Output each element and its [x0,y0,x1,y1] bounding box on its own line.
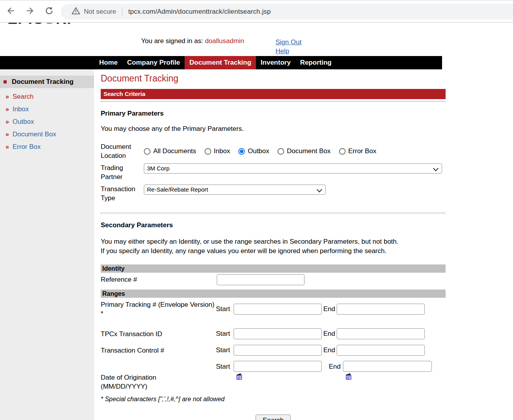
reference-number-row: Reference # [101,274,446,285]
account-links: Sign Out Help [276,38,301,56]
trading-partner-select[interactable]: 3M Corp [144,163,442,174]
trading-partner-row: Trading Partner 3M Corp [101,163,446,181]
nav-item-home[interactable]: Home [94,56,122,69]
sidebar-item-inbox[interactable]: » Inbox [0,105,94,113]
secondary-parameters-intro: You may either specify an Identity, or u… [101,237,446,256]
transaction-control-label: Transaction Control # [101,346,216,355]
document-location-label: Document Location [101,142,144,160]
nav-item-inventory[interactable]: Inventory [256,56,295,69]
nav-item-document-tracking[interactable]: Document Tracking [185,56,256,69]
sidebar-item-error-box[interactable]: » Error Box [0,143,94,151]
security-label[interactable]: Not secure [84,8,116,16]
back-button[interactable] [5,7,16,17]
radio-button-icon [144,148,150,155]
browser-nav-buttons [5,7,54,17]
sidebar-item-document-box[interactable]: » Document Box [0,130,94,138]
double-chevron-icon: » [5,118,9,125]
double-chevron-icon: » [5,143,9,150]
start-label: Start [216,330,230,338]
date-origination-start-input[interactable] [234,361,322,372]
radio-outbox[interactable]: Outbox [238,147,269,155]
square-bullet-icon [4,80,7,83]
document-location-radio-group: All Documents Inbox Outbox Document Box … [144,142,376,160]
date-start-group [234,361,322,380]
url-text[interactable]: tpcx.com/Admin/documenttrack/clientsearc… [128,8,271,16]
primary-parameters-intro: You may choose any of the Primary Parame… [101,125,446,133]
nav-item-reporting[interactable]: Reporting [295,56,336,69]
primary-tracking-end-input[interactable] [337,304,425,315]
transaction-type-label: Transaction Type [101,185,144,203]
reload-icon [44,6,54,18]
signed-in-status: You are signed in as: doallusadmin [141,37,244,45]
tpcx-transaction-id-end-input[interactable] [337,328,425,339]
double-chevron-icon: » [5,93,9,100]
secondary-parameters-heading: Secondary Parameters [101,221,446,229]
top-nav: Home Company Profile Document Tracking I… [0,56,442,69]
tpcx-transaction-id-label: TPCx Transaction ID [101,329,216,339]
transaction-control-range-row: Transaction Control # Start End [101,345,446,356]
intro-line-1: You may either specify an Identity, or u… [101,237,446,246]
tpcx-transaction-id-start-input[interactable] [234,328,322,339]
double-chevron-icon: » [5,131,9,138]
start-label: Start [216,305,230,313]
signed-in-prefix: You are signed in as: [141,37,203,45]
intro-line-2: If you specify an Identity, any range va… [101,246,446,256]
primary-tracking-start-input[interactable] [234,304,322,315]
primary-parameters-heading: Primary Parameters [101,110,446,118]
signed-in-username: doallusadmin [205,37,244,45]
chevron-down-icon [317,187,322,192]
reload-button[interactable] [44,7,54,17]
browser-toolbar: Not secure tpcx.com/Admin/documenttrack/… [0,0,513,23]
tpcx-transaction-id-range-row: TPCx Transaction ID Start End [101,328,446,339]
sign-out-link[interactable]: Sign Out [276,38,301,47]
date-of-origination-range-row: Date of Origination (MM/DD/YYYY) Start E… [101,361,446,391]
date-origination-end-input[interactable] [343,361,432,372]
end-label: End [323,305,335,313]
sidebar-header: Document Tracking [0,76,94,88]
radio-inbox[interactable]: Inbox [205,147,230,155]
transaction-control-start-input[interactable] [234,345,322,356]
page-title: Document Tracking [101,73,446,84]
address-bar[interactable]: Not secure tpcx.com/Admin/documenttrack/… [61,4,513,20]
trading-partner-label: Trading Partner [101,163,144,181]
chevron-down-icon [433,166,439,171]
back-arrow-icon [6,6,16,18]
calendar-icon[interactable] [236,373,243,380]
main-content: Document Tracking Search Criteria Primar… [101,72,446,420]
security-warning-icon[interactable] [72,7,80,16]
transaction-type-value: Re-Sale/Rebate Report [147,186,208,193]
help-link[interactable]: Help [276,47,301,56]
radio-all-documents[interactable]: All Documents [144,147,196,155]
divider-line [101,213,446,214]
calendar-icon[interactable] [345,373,352,380]
button-row: Search [101,415,446,420]
primary-tracking-range-row: Primary Tracking # (Envelope Version) * … [101,300,446,318]
forward-arrow-icon [25,6,35,18]
forward-button[interactable] [25,7,35,17]
end-label: End [323,330,335,338]
primary-tracking-label: Primary Tracking # (Envelope Version) * [101,300,216,318]
trading-partner-value: 3M Corp [147,165,170,172]
radio-error-box[interactable]: Error Box [339,147,377,155]
transaction-type-select[interactable]: Re-Sale/Rebate Report [144,185,326,195]
reference-number-input[interactable] [217,274,305,285]
divider-line [101,101,446,103]
search-criteria-bar: Search Criteria [101,89,446,99]
nav-item-company-profile[interactable]: Company Profile [122,56,185,69]
sidebar-title: Document Tracking [12,78,74,86]
sidebar: Document Tracking » Search » Inbox » Out… [0,69,94,420]
sidebar-item-search[interactable]: » Search [0,93,94,101]
radio-document-box[interactable]: Document Box [277,147,331,155]
end-label: End [323,346,335,354]
transaction-control-end-input[interactable] [337,345,425,356]
address-divider [122,7,122,16]
search-button[interactable]: Search [256,415,291,420]
sidebar-item-outbox[interactable]: » Outbox [0,118,94,126]
radio-button-icon [238,148,245,155]
ranges-section-header: Ranges [101,290,446,298]
start-label: Start [216,361,230,371]
date-of-origination-label: Date of Origination (MM/DD/YYYY) [101,361,216,391]
radio-button-icon [277,148,284,155]
radio-button-icon [205,148,211,155]
reference-number-label: Reference # [101,276,217,284]
